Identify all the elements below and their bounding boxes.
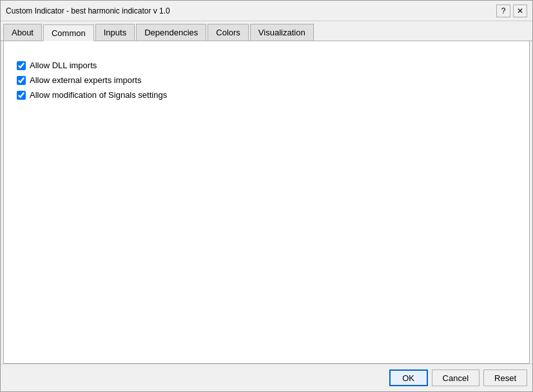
tab-dependencies[interactable]: Dependencies — [136, 24, 206, 41]
dialog-window: Custom Indicator - best harmonic indicat… — [0, 0, 533, 392]
tab-bar: About Common Inputs Dependencies Colors … — [1, 21, 532, 41]
close-button[interactable]: ✕ — [513, 5, 527, 17]
tab-about[interactable]: About — [3, 24, 42, 41]
tab-common[interactable]: Common — [43, 24, 94, 41]
title-bar: Custom Indicator - best harmonic indicat… — [1, 1, 532, 21]
checkbox-allow-dll-input[interactable] — [17, 61, 26, 70]
reset-button[interactable]: Reset — [483, 369, 527, 386]
checkbox-allow-modification[interactable]: Allow modification of Signals settings — [17, 90, 516, 100]
cancel-button[interactable]: Cancel — [432, 369, 480, 386]
checkbox-group: Allow DLL imports Allow external experts… — [17, 61, 516, 100]
checkbox-allow-modification-input[interactable] — [17, 91, 26, 100]
checkbox-allow-external[interactable]: Allow external experts imports — [17, 75, 516, 85]
footer: OK Cancel Reset — [1, 364, 532, 391]
checkbox-allow-dll-label: Allow DLL imports — [30, 61, 97, 70]
checkbox-allow-modification-label: Allow modification of Signals settings — [30, 90, 167, 100]
title-controls: ? ✕ — [496, 5, 527, 17]
ok-button[interactable]: OK — [389, 369, 428, 386]
checkbox-allow-external-input[interactable] — [17, 76, 26, 85]
checkbox-allow-external-label: Allow external experts imports — [30, 75, 141, 85]
content-area: Allow DLL imports Allow external experts… — [3, 41, 530, 364]
help-button[interactable]: ? — [496, 5, 510, 17]
tab-visualization[interactable]: Visualization — [250, 24, 314, 41]
window-title: Custom Indicator - best harmonic indicat… — [6, 6, 170, 15]
checkbox-allow-dll[interactable]: Allow DLL imports — [17, 61, 516, 70]
tab-colors[interactable]: Colors — [208, 24, 249, 41]
tab-inputs[interactable]: Inputs — [95, 24, 135, 41]
